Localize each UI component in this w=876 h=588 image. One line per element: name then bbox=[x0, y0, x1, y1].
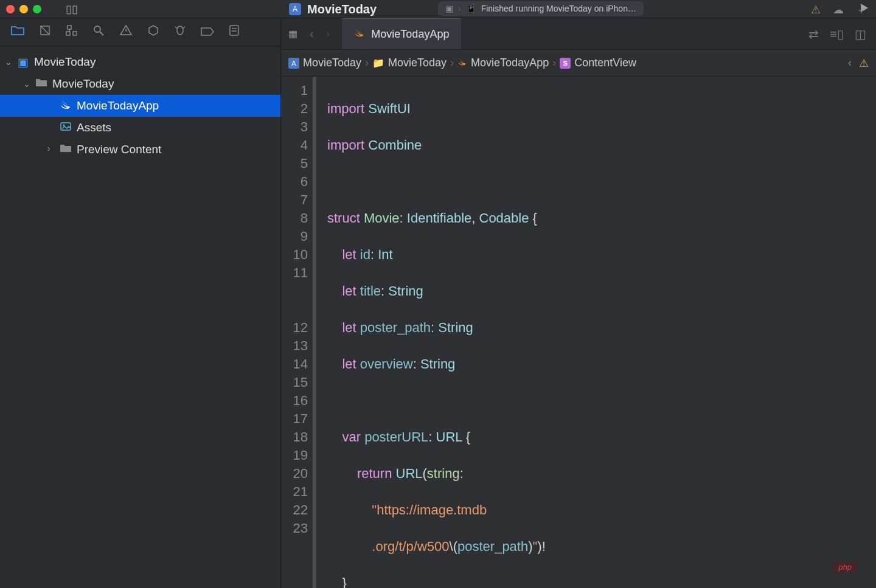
line-number: 15 bbox=[281, 373, 308, 392]
editor-area: ▦ ‹ › MovieTodayApp ⇄ ≡▯ ◫ A MovieToday … bbox=[281, 18, 876, 588]
chevron-right-icon[interactable]: › bbox=[47, 144, 58, 153]
line-number: 23 bbox=[281, 519, 308, 538]
issue-warning-icon[interactable]: ⚠ bbox=[859, 57, 869, 70]
reload-icon[interactable]: ⇄ bbox=[808, 27, 819, 41]
navigator-sidebar: ⌄ ▣ MovieToday ⌄ MovieToday MovieTodayAp… bbox=[0, 18, 281, 588]
tree-root-project[interactable]: ⌄ ▣ MovieToday bbox=[0, 51, 280, 73]
svg-rect-12 bbox=[230, 26, 238, 35]
chevron-right-icon: › bbox=[363, 57, 371, 69]
line-number: 7 bbox=[281, 191, 308, 209]
breadcrumb-segment[interactable]: A MovieToday bbox=[288, 57, 361, 69]
line-number: 11 bbox=[281, 264, 308, 282]
struct-icon: S bbox=[560, 58, 571, 69]
issue-navigator-icon[interactable] bbox=[119, 24, 133, 40]
related-items-icon[interactable]: ▦ bbox=[288, 28, 297, 40]
tree-label: Assets bbox=[77, 121, 111, 134]
project-title-bar: A MovieToday bbox=[289, 0, 377, 18]
status-text: Finished running MovieToday on iPhon… bbox=[481, 4, 636, 13]
breadcrumb-segment[interactable]: 📁 MovieToday bbox=[372, 57, 447, 69]
tree-file-assets[interactable]: Assets bbox=[0, 117, 280, 139]
line-number: 1 bbox=[281, 81, 308, 100]
source-control-navigator-icon[interactable] bbox=[39, 24, 51, 40]
navigator-icon-bar bbox=[0, 18, 280, 46]
code-body[interactable]: import SwiftUI import Combine struct Mov… bbox=[316, 77, 876, 588]
chevron-left-icon[interactable]: ‹ bbox=[848, 57, 852, 70]
chevron-down-icon[interactable]: ⌄ bbox=[5, 57, 16, 67]
watermark: php bbox=[832, 561, 858, 573]
project-app-icon: A bbox=[289, 3, 301, 15]
line-number: 20 bbox=[281, 465, 308, 483]
zoom-window-button[interactable] bbox=[33, 5, 41, 13]
chevron-right-icon: › bbox=[550, 57, 558, 69]
line-number: 4 bbox=[281, 136, 308, 154]
line-number: 17 bbox=[281, 410, 308, 428]
minimize-window-button[interactable] bbox=[19, 5, 28, 13]
editor-tab[interactable]: MovieTodayApp bbox=[342, 18, 461, 49]
line-number: 10 bbox=[281, 246, 308, 264]
issues-warning-icon[interactable]: ⚠ bbox=[811, 3, 821, 16]
svg-rect-4 bbox=[73, 32, 77, 35]
swift-file-icon bbox=[457, 58, 467, 69]
swift-file-icon bbox=[354, 28, 365, 41]
tree-label: MovieTodayApp bbox=[77, 99, 159, 112]
line-number: 9 bbox=[281, 227, 308, 246]
line-number: 2 bbox=[281, 100, 308, 118]
svg-line-7 bbox=[100, 32, 103, 35]
project-navigator-icon[interactable] bbox=[11, 25, 24, 39]
line-number: 21 bbox=[281, 483, 308, 501]
svg-rect-2 bbox=[68, 26, 71, 29]
source-editor[interactable]: 1234567891011121314151617181920212223 im… bbox=[281, 77, 876, 588]
jump-bar[interactable]: A MovieToday › 📁 MovieToday › MovieToday… bbox=[281, 50, 876, 77]
line-number: 22 bbox=[281, 501, 308, 519]
tree-folder[interactable]: ⌄ MovieToday bbox=[0, 73, 280, 95]
line-number: 18 bbox=[281, 428, 308, 446]
chevron-right-icon: › bbox=[448, 57, 456, 69]
svg-point-16 bbox=[63, 125, 65, 126]
line-number: 12 bbox=[281, 319, 308, 337]
symbol-navigator-icon[interactable] bbox=[66, 24, 78, 40]
project-icon: ▣ bbox=[16, 55, 30, 69]
nav-back-button[interactable]: ‹ bbox=[305, 27, 319, 41]
line-number: 16 bbox=[281, 392, 308, 410]
line-number bbox=[281, 282, 308, 300]
device-icon: 📱 bbox=[466, 4, 476, 13]
breadcrumb-segment[interactable]: S ContentView bbox=[560, 57, 636, 69]
line-number: 6 bbox=[281, 173, 308, 191]
test-navigator-icon[interactable] bbox=[147, 24, 159, 40]
window-traffic-lights bbox=[6, 5, 41, 13]
report-navigator-icon[interactable] bbox=[229, 24, 240, 40]
breadcrumb-segment[interactable]: MovieTodayApp bbox=[457, 57, 549, 69]
line-number: 14 bbox=[281, 355, 308, 373]
svg-rect-3 bbox=[66, 32, 70, 35]
tree-label: MovieToday bbox=[52, 77, 114, 91]
cloud-sync-icon[interactable]: ☁ bbox=[833, 3, 844, 16]
tree-file-app[interactable]: MovieTodayApp bbox=[0, 95, 280, 117]
close-window-button[interactable] bbox=[6, 5, 15, 13]
debug-navigator-icon[interactable] bbox=[174, 24, 186, 40]
project-icon: A bbox=[288, 58, 299, 69]
tree-label: MovieToday bbox=[34, 55, 96, 69]
build-status-pill[interactable]: ▣ › 📱 Finished running MovieToday on iPh… bbox=[438, 1, 644, 16]
split-editor-icon[interactable]: ◫ bbox=[855, 27, 866, 41]
chevron-down-icon[interactable]: ⌄ bbox=[23, 79, 34, 89]
scheme-icon: ▣ bbox=[445, 4, 453, 13]
assets-icon bbox=[58, 121, 73, 134]
folder-icon: 📁 bbox=[372, 57, 384, 69]
line-number: 8 bbox=[281, 209, 308, 227]
find-navigator-icon[interactable] bbox=[92, 24, 105, 40]
tree-folder-preview[interactable]: › Preview Content bbox=[0, 139, 280, 161]
line-number: 3 bbox=[281, 118, 308, 136]
folder-icon bbox=[58, 143, 73, 156]
nav-forward-button[interactable]: › bbox=[321, 27, 335, 41]
line-number: 19 bbox=[281, 446, 308, 465]
top-right-icons: ⚠ ☁ ＋ bbox=[811, 2, 867, 17]
tab-label: MovieTodayApp bbox=[371, 28, 449, 41]
file-tree: ⌄ ▣ MovieToday ⌄ MovieToday MovieTodayAp… bbox=[0, 46, 280, 165]
editor-tab-bar: ▦ ‹ › MovieTodayApp ⇄ ≡▯ ◫ bbox=[281, 18, 876, 50]
chevron-right-icon: › bbox=[458, 4, 461, 13]
minimap-icon[interactable]: ≡▯ bbox=[830, 27, 844, 41]
breakpoint-navigator-icon[interactable] bbox=[201, 25, 214, 39]
add-icon[interactable]: ＋ bbox=[856, 2, 867, 17]
swift-file-icon bbox=[58, 99, 73, 113]
sidebar-toggle-icon[interactable]: ▯▯ bbox=[66, 2, 78, 16]
